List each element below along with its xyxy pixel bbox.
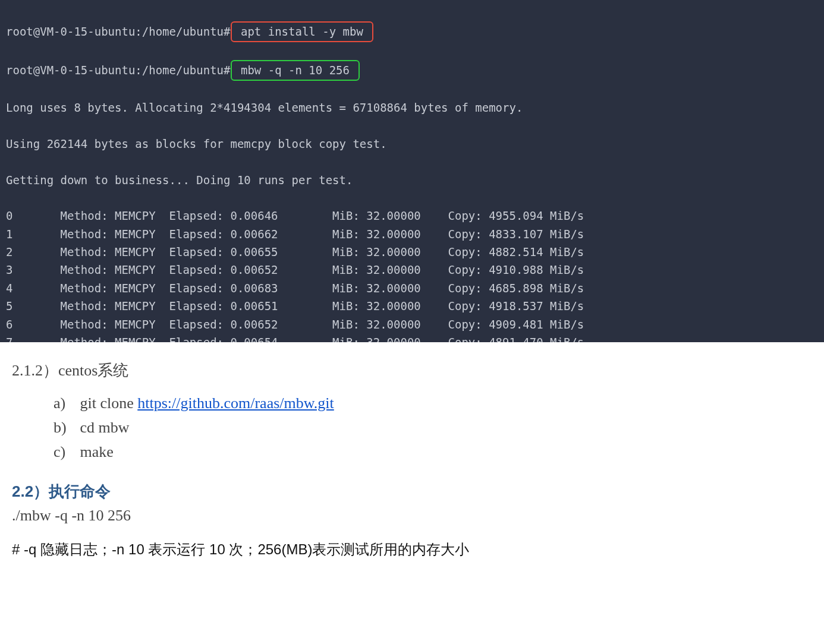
shell-prompt: root@VM-0-15-ubuntu:/home/ubuntu#	[6, 64, 231, 77]
shell-prompt: root@VM-0-15-ubuntu:/home/ubuntu#	[6, 25, 231, 38]
benchmark-row: 5 Method: MEMCPY Elapsed: 0.00651 MiB: 3…	[6, 297, 818, 315]
benchmark-row: 0 Method: MEMCPY Elapsed: 0.00646 MiB: 3…	[6, 207, 818, 225]
command-note: # -q 隐藏日志；-n 10 表示运行 10 次；256(MB)表示测试所用的…	[12, 540, 812, 559]
terminal-output: root@VM-0-15-ubuntu:/home/ubuntu# apt in…	[0, 0, 824, 342]
list-text: make	[80, 443, 114, 460]
steps-list: a) git clone https://github.com/raas/mbw…	[12, 392, 812, 463]
section-title-22: 2.2）执行命令	[12, 481, 812, 502]
list-text: cd mbw	[80, 419, 130, 436]
list-item: a) git clone https://github.com/raas/mbw…	[54, 392, 812, 415]
list-item: c) make	[54, 440, 812, 463]
benchmark-row: 1 Method: MEMCPY Elapsed: 0.00662 MiB: 3…	[6, 225, 818, 243]
list-item: b) cd mbw	[54, 416, 812, 439]
command-highlight-run: mbw -q -n 10 256	[231, 60, 360, 80]
document-body: 2.1.2）centos系统 a) git clone https://gith…	[0, 342, 824, 577]
terminal-line: Long uses 8 bytes. Allocating 2*4194304 …	[6, 99, 818, 116]
section-title-212: 2.1.2）centos系统	[12, 360, 812, 381]
command-highlight-install: apt install -y mbw	[231, 21, 374, 42]
list-marker: b)	[54, 416, 76, 439]
github-link[interactable]: https://github.com/raas/mbw.git	[137, 394, 334, 412]
terminal-line: Using 262144 bytes as blocks for memcpy …	[6, 135, 818, 153]
benchmark-row: 2 Method: MEMCPY Elapsed: 0.00655 MiB: 3…	[6, 243, 818, 261]
benchmark-row: 3 Method: MEMCPY Elapsed: 0.00652 MiB: 3…	[6, 261, 818, 279]
list-marker: a)	[54, 392, 76, 415]
list-text: git clone	[80, 394, 138, 412]
benchmark-row: 4 Method: MEMCPY Elapsed: 0.00683 MiB: 3…	[6, 279, 818, 297]
terminal-line: Getting down to business... Doing 10 run…	[6, 171, 818, 189]
benchmark-row: 7 Method: MEMCPY Elapsed: 0.00654 MiB: 3…	[6, 333, 818, 342]
benchmark-row: 6 Method: MEMCPY Elapsed: 0.00652 MiB: 3…	[6, 315, 818, 333]
command-text: ./mbw -q -n 10 256	[12, 507, 812, 525]
list-marker: c)	[54, 440, 76, 463]
